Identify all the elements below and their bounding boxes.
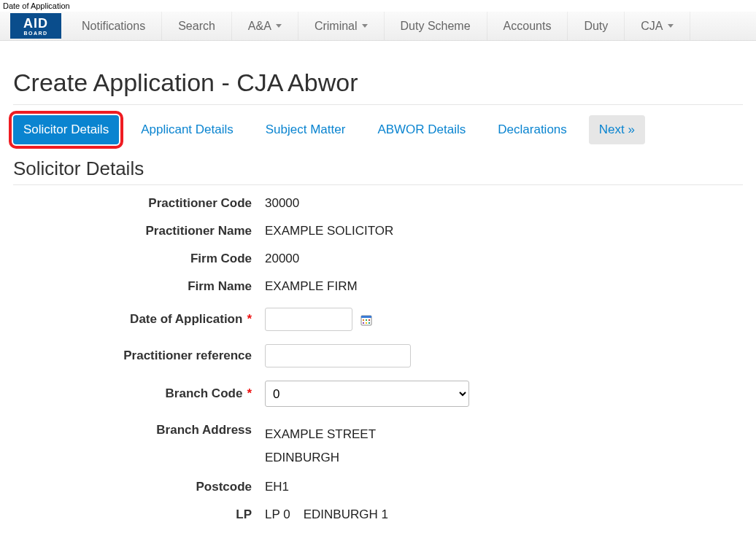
next-button[interactable]: Next »: [589, 115, 645, 144]
label-text: Branch Code: [166, 386, 243, 400]
svg-rect-7: [369, 322, 370, 324]
label-branch-address: Branch Address: [13, 423, 265, 437]
nav-criminal[interactable]: Criminal: [298, 12, 385, 40]
nav-label: Criminal: [315, 20, 358, 33]
nav-label: Duty Scheme: [401, 20, 471, 33]
label-practitioner-name: Practitioner Name: [13, 224, 265, 238]
nav-cja[interactable]: CJA: [625, 12, 690, 40]
svg-rect-6: [366, 322, 367, 324]
value-date-of-application: [265, 308, 372, 331]
row-postcode: Postcode EH1: [13, 476, 743, 498]
label-practitioner-code: Practitioner Code: [13, 196, 265, 211]
tab-applicant-details[interactable]: Applicant Details: [131, 115, 244, 144]
step-tabs: Solicitor Details Applicant Details Subj…: [13, 115, 743, 144]
label-postcode: Postcode: [13, 480, 265, 494]
row-practitioner-reference: Practitioner reference: [13, 344, 743, 367]
top-mini-label: Date of Application: [0, 0, 756, 12]
svg-rect-4: [369, 319, 370, 321]
row-lp: LP LP 0 EDINBURGH 1: [13, 504, 743, 526]
required-marker: *: [247, 386, 252, 400]
row-date-of-application: Date of Application*: [13, 308, 743, 331]
label-firm-name: Firm Name: [13, 279, 265, 294]
calendar-icon[interactable]: [360, 314, 372, 326]
brand-logo[interactable]: AID BOARD: [10, 13, 61, 39]
branch-code-select[interactable]: 0: [265, 381, 469, 407]
lp-code: LP 0: [265, 507, 290, 522]
nav-accounts[interactable]: Accounts: [487, 12, 568, 40]
nav-label: A&A: [248, 20, 271, 33]
section-title: Solicitor Details: [13, 157, 743, 185]
row-practitioner-name: Practitioner Name EXAMPLE SOLICITOR: [13, 220, 743, 242]
nav-duty-scheme[interactable]: Duty Scheme: [385, 12, 487, 40]
value-practitioner-reference: [265, 344, 411, 367]
nav-duty[interactable]: Duty: [568, 12, 625, 40]
chevron-down-icon: [668, 24, 674, 28]
nav-label: Notifications: [82, 20, 145, 33]
date-of-application-input[interactable]: [265, 308, 352, 331]
svg-rect-3: [366, 319, 367, 321]
value-firm-name: EXAMPLE FIRM: [265, 279, 358, 294]
tab-solicitor-details[interactable]: Solicitor Details: [13, 115, 119, 144]
row-firm-code: Firm Code 20000: [13, 248, 743, 270]
label-practitioner-reference: Practitioner reference: [13, 349, 265, 363]
value-branch-code: 0: [265, 381, 469, 407]
label-lp: LP: [13, 507, 265, 522]
nav-search[interactable]: Search: [162, 12, 232, 40]
logo-sub: BOARD: [23, 31, 47, 36]
practitioner-reference-input[interactable]: [265, 344, 411, 367]
chevron-down-icon: [362, 24, 368, 28]
tab-subject-matter[interactable]: Subject Matter: [255, 115, 356, 144]
row-branch-code: Branch Code* 0: [13, 381, 743, 407]
branch-address-line1: EXAMPLE STREET: [265, 423, 376, 446]
label-firm-code: Firm Code: [13, 252, 265, 266]
nav-items: Notifications Search A&A Criminal Duty S…: [66, 12, 756, 40]
value-firm-code: 20000: [265, 252, 299, 266]
nav-label: Accounts: [504, 20, 552, 33]
label-date-of-application: Date of Application*: [13, 312, 265, 327]
row-branch-address: Branch Address EXAMPLE STREET EDINBURGH: [13, 423, 743, 470]
tab-declarations[interactable]: Declarations: [487, 115, 577, 144]
label-branch-code: Branch Code*: [13, 386, 265, 401]
value-postcode: EH1: [265, 480, 289, 494]
tab-abwor-details[interactable]: ABWOR Details: [367, 115, 476, 144]
nav-notifications[interactable]: Notifications: [66, 12, 162, 40]
required-marker: *: [247, 312, 252, 326]
lp-area: EDINBURGH 1: [304, 507, 388, 522]
page-body: Create Application - CJA Abwor Solicitor…: [0, 41, 756, 541]
chevron-down-icon: [276, 24, 282, 28]
row-practitioner-code: Practitioner Code 30000: [13, 192, 743, 214]
label-text: Date of Application: [130, 312, 242, 326]
svg-rect-5: [363, 322, 364, 324]
nav-label: CJA: [641, 20, 663, 33]
svg-rect-2: [363, 319, 364, 321]
page-title: Create Application - CJA Abwor: [13, 69, 743, 105]
value-lp: LP 0 EDINBURGH 1: [265, 507, 388, 522]
value-practitioner-code: 30000: [265, 196, 299, 211]
top-navbar: AID BOARD Notifications Search A&A Crimi…: [0, 12, 756, 41]
value-practitioner-name: EXAMPLE SOLICITOR: [265, 224, 393, 238]
value-branch-address: EXAMPLE STREET EDINBURGH: [265, 423, 376, 470]
nav-label: Duty: [584, 20, 608, 33]
svg-rect-1: [361, 316, 371, 318]
row-firm-name: Firm Name EXAMPLE FIRM: [13, 276, 743, 297]
nav-label: Search: [178, 20, 215, 33]
solicitor-details-form: Practitioner Code 30000 Practitioner Nam…: [13, 192, 743, 526]
branch-address-line2: EDINBURGH: [265, 446, 376, 470]
logo-main: AID: [23, 17, 48, 30]
nav-aa[interactable]: A&A: [232, 12, 298, 40]
